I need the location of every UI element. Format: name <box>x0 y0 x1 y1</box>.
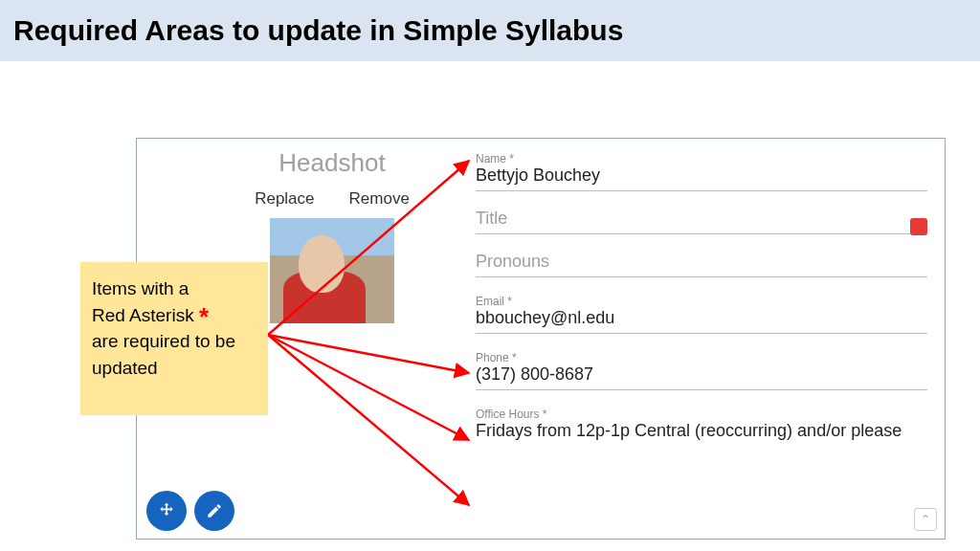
fab-row <box>146 491 234 531</box>
headshot-heading: Headshot <box>208 148 457 178</box>
pronouns-field[interactable]: Pronouns <box>476 252 927 277</box>
headshot-photo[interactable] <box>270 218 394 323</box>
email-label: Email * <box>476 295 927 308</box>
title-field[interactable]: Title <box>476 209 927 234</box>
title-bar: Required Areas to update in Simple Sylla… <box>0 0 980 61</box>
office-hours-field[interactable]: Office Hours * Fridays from 12p-1p Centr… <box>476 408 927 446</box>
pencil-icon <box>206 502 223 519</box>
name-field[interactable]: Name * Bettyjo Bouchey <box>476 152 927 191</box>
fields-column: Name * Bettyjo Bouchey Title Pronouns Em… <box>476 144 927 463</box>
page-title: Required Areas to update in Simple Sylla… <box>13 14 623 47</box>
required-callout: Items with a Red Asterisk * are required… <box>80 262 268 415</box>
asterisk-icon: * <box>199 302 209 331</box>
name-label: Name * <box>476 152 927 165</box>
phone-field[interactable]: Phone * (317) 800-8687 <box>476 351 927 390</box>
callout-line-2: Red Asterisk <box>92 305 199 325</box>
phone-label: Phone * <box>476 351 927 364</box>
scroll-top-button[interactable]: ⌃ <box>914 508 937 531</box>
name-value: Bettyjo Bouchey <box>476 165 927 187</box>
title-label: Title <box>476 209 927 230</box>
email-value: bbouchey@nl.edu <box>476 308 927 329</box>
office-value: Fridays from 12p-1p Central (reoccurring… <box>476 421 927 442</box>
move-icon <box>157 501 176 520</box>
remove-button[interactable]: Remove <box>349 189 410 209</box>
chevron-up-icon: ⌃ <box>921 513 930 526</box>
pronouns-label: Pronouns <box>476 252 927 273</box>
callout-line-3: are required to be updated <box>92 331 235 378</box>
callout-line-1: Items with a <box>92 278 189 298</box>
phone-value: (317) 800-8687 <box>476 364 927 386</box>
error-icon <box>910 218 927 235</box>
move-button[interactable] <box>146 491 187 531</box>
edit-button[interactable] <box>194 491 234 531</box>
email-field[interactable]: Email * bbouchey@nl.edu <box>476 295 927 334</box>
replace-button[interactable]: Replace <box>255 189 314 209</box>
office-label: Office Hours * <box>476 408 927 421</box>
